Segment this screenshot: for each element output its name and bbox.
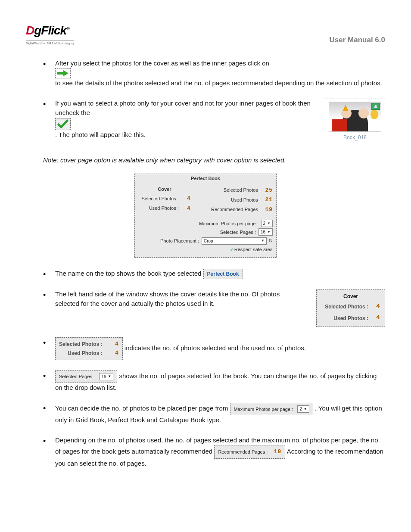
selected-photos-label: Selected Photos :: [59, 340, 105, 348]
cover-selected-label: Selected Photos :: [321, 303, 371, 311]
cover-heading: Cover: [138, 186, 191, 193]
logo-letter-d: D: [26, 24, 34, 37]
selected-photos-value: 25: [263, 186, 273, 195]
selected-photos-label: Selected Photos :: [198, 187, 263, 194]
selected-pages-value: 16: [101, 373, 106, 380]
selected-pages-dropdown[interactable]: 16 ▼: [258, 228, 273, 236]
body-text: to see the details of the photos selecte…: [55, 79, 382, 87]
cover-selected-value: 4: [181, 194, 191, 203]
cover-heading: Cover: [321, 292, 380, 300]
panel-pages-column: Selected Photos : 25 Used Photos : 21 Re…: [194, 183, 276, 217]
respect-safe-area-label: Respect safe area: [234, 246, 273, 253]
recommended-pages-inline-panel: Recommended Pages : 19: [214, 445, 285, 459]
body-text: The left hand side of the window shows t…: [55, 289, 303, 309]
content-list-2: The name on the top shows the book type …: [43, 269, 385, 469]
list-item: Selected Photos : 4 Used Photos : 4 indi…: [43, 337, 385, 360]
logo-mark: DgFlick®: [26, 22, 69, 40]
chevron-down-icon: ▼: [261, 238, 265, 243]
cover-used-value: 4: [181, 204, 191, 213]
max-photos-inline-panel: Maximum Photos per page : 2 ▼: [230, 403, 313, 415]
recommended-pages-label: Recommended Pages :: [198, 206, 263, 213]
selected-pages-value: 16: [261, 229, 265, 235]
photo-thumbnail: Book_018: [325, 99, 385, 145]
cover-selected-value: 4: [371, 302, 380, 312]
selected-pages-label: Selected Pages :: [220, 229, 258, 236]
max-photos-label: Maximum Photos per page :: [234, 406, 293, 413]
recommended-pages-value: 19: [263, 205, 273, 214]
perfect-book-panel-wrap: Perfect Book Cover Selected Photos : 4 U…: [26, 174, 385, 258]
used-photos-label: Used Photos :: [198, 196, 263, 204]
thumbnail-image: [329, 102, 381, 132]
checkbox-checked-icon[interactable]: ✔: [230, 246, 234, 253]
next-arrow-icon[interactable]: [55, 68, 71, 78]
placement-dropdown[interactable]: Crop ▼: [202, 237, 267, 245]
selected-pages-label: Selected Pages :: [59, 373, 95, 380]
placement-label: Photo Placement :: [138, 237, 202, 245]
selected-pages-inline-panel: Selected Pages : 16 ▼: [55, 370, 117, 383]
body-text: . The photo will appear like this.: [55, 131, 146, 138]
panel-cover-column: Cover Selected Photos : 4 Used Photos : …: [135, 183, 194, 217]
thumbnail-label: Book_018: [343, 134, 367, 141]
list-item: You can decide the no. of photos to be p…: [43, 403, 385, 425]
list-item: The left hand side of the window shows t…: [43, 289, 385, 327]
placement-value: Crop: [204, 238, 213, 244]
page-header: DgFlick® Digital World for Still & Motio…: [26, 22, 385, 46]
list-item: After you select the photos for the cove…: [43, 59, 385, 88]
max-photos-dropdown[interactable]: 2 ▼: [297, 405, 309, 413]
used-photos-value: 4: [109, 349, 119, 358]
perfect-book-panel: Perfect Book Cover Selected Photos : 4 U…: [134, 174, 277, 258]
cover-used-value: 4: [371, 313, 380, 323]
svg-marker-1: [63, 70, 68, 76]
book-type-chip: Perfect Book: [203, 269, 243, 279]
rotate-icon[interactable]: ↻: [268, 237, 273, 245]
max-photos-label: Maximum Photos per page :: [199, 220, 261, 227]
note-text: Note: cover page opton is available only…: [43, 156, 385, 165]
body-text: If you want to select a photo only for y…: [55, 100, 311, 117]
logo-registered: ®: [66, 26, 69, 31]
list-item: If you want to select a photo only for y…: [43, 99, 385, 145]
body-text: After you select the photos for the cove…: [55, 59, 269, 67]
cover-used-label: Used Photos :: [321, 314, 371, 322]
logo-tagline: Digital World for Still & Motion Imaging: [26, 40, 74, 46]
cover-selected-label: Selected Photos :: [138, 195, 181, 202]
chevron-down-icon: ▼: [304, 407, 307, 412]
list-item: Depending on the no. of photos used, the…: [43, 436, 385, 469]
cover-mini-panel: Cover Selected Photos : 4 Used Photos : …: [316, 289, 385, 327]
max-photos-value: 2: [299, 406, 302, 412]
chevron-down-icon: ▼: [267, 230, 271, 235]
recommended-pages-label: Recommended Pages :: [218, 448, 268, 456]
max-photos-dropdown[interactable]: 2 ▼: [261, 220, 273, 227]
svg-point-2: [375, 105, 377, 106]
cover-used-label: Used Photos :: [138, 205, 181, 212]
selected-photos-value: 4: [109, 340, 119, 348]
body-text: You can decide the no. of photos to be p…: [55, 405, 230, 412]
used-photos-label: Used Photos :: [59, 349, 105, 357]
selected-pages-dropdown[interactable]: 16 ▼: [99, 373, 113, 380]
recommended-pages-value: 19: [272, 448, 281, 456]
list-item: The name on the top shows the book type …: [43, 269, 385, 279]
svg-rect-3: [374, 106, 377, 108]
logo-rest: gFlick: [34, 24, 66, 37]
page-title: User Manual 6.0: [330, 34, 385, 46]
used-photos-value: 21: [263, 196, 273, 204]
body-text: indicates the no. of photos selected and…: [125, 344, 306, 352]
content-list: After you select the photos for the cove…: [43, 59, 385, 145]
list-item: Selected Pages : 16 ▼ shows the no. of p…: [43, 370, 385, 393]
panel-title: Perfect Book: [135, 174, 276, 183]
cover-tag-icon[interactable]: [371, 103, 380, 110]
checkmark-icon[interactable]: [55, 118, 71, 130]
panel-footer: Maximum Photos per page : 2 ▼ Selected P…: [135, 217, 276, 257]
svg-rect-0: [57, 72, 63, 75]
selected-used-inline-panel: Selected Photos : 4 Used Photos : 4: [55, 337, 123, 360]
logo: DgFlick® Digital World for Still & Motio…: [26, 22, 74, 46]
body-text: The name on the top shows the book type …: [55, 270, 203, 277]
chevron-down-icon: ▼: [267, 221, 271, 226]
chevron-down-icon: ▼: [108, 374, 111, 379]
max-photos-value: 2: [263, 220, 266, 227]
